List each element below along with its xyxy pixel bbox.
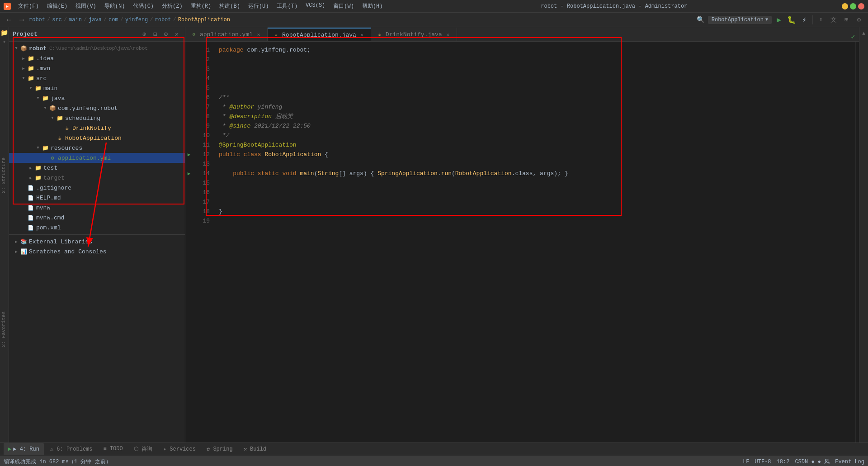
breadcrumb-robot[interactable]: robot (29, 17, 45, 23)
breadcrumb-class[interactable]: RobotApplication (178, 17, 230, 23)
menu-vcs[interactable]: VCS(S) (302, 1, 329, 11)
menu-help[interactable]: 帮助(H) (359, 1, 387, 11)
code-content[interactable]: package com.yinfeng.robot; /** * @author… (215, 42, 855, 442)
tab-consult[interactable]: ⬡ 咨询 (129, 443, 157, 455)
menu-tools[interactable]: 工具(T) (273, 1, 301, 11)
tree-item-drinknotify[interactable]: ▶ ☕ DrinkNotify (9, 123, 185, 133)
tab-drinknotify-close[interactable]: ✕ (445, 31, 451, 38)
tree-item-resources[interactable]: ▼ 📁 resources (9, 143, 185, 153)
status-encoding[interactable]: UTF-8 (755, 459, 771, 465)
tab-todo[interactable]: ≡ TODO (99, 443, 127, 455)
menu-file[interactable]: 文件(F) (14, 1, 42, 11)
tab-drinknotify[interactable]: ☕ DrinkNotify.java ✕ (371, 28, 457, 41)
tree-item-scheduling[interactable]: ▼ 📁 scheduling (9, 113, 185, 123)
status-position[interactable]: 18:2 (777, 459, 790, 465)
tab-appyml[interactable]: ⚙ application.yml ✕ (185, 28, 268, 41)
tree-item-src[interactable]: ▼ 📁 src (9, 73, 185, 83)
settings-button[interactable]: ⚙ (854, 14, 864, 25)
code-line-4 (219, 74, 855, 83)
breadcrumb-com[interactable]: com (108, 17, 118, 23)
tree-item-pomxml[interactable]: ▶ 📄 pom.xml (9, 223, 185, 233)
sync-button[interactable]: ⊕ (140, 30, 149, 39)
collapse-all-button[interactable]: ⊟ (151, 30, 160, 39)
tree-item-appyml[interactable]: ▶ ⚙ application.yml (9, 153, 185, 163)
breadcrumb-robot2[interactable]: robot (155, 17, 171, 23)
translate-button[interactable]: 文 (828, 14, 839, 25)
gutter-run-12[interactable]: ▶ (185, 150, 193, 159)
favorites-panel[interactable]: 2: Favorites (0, 308, 8, 351)
menu-refactor[interactable]: 重构(R) (187, 1, 215, 11)
settings-panel-button[interactable]: ⚙ (161, 30, 170, 39)
tree-item-main[interactable]: ▼ 📁 main (9, 83, 185, 93)
tree-item-test[interactable]: ▶ 📁 test (9, 163, 185, 173)
structure-panel[interactable]: 2: Structure (0, 154, 8, 197)
minimize-button[interactable]: — (842, 3, 848, 10)
menu-edit[interactable]: 编辑(E) (43, 1, 71, 11)
editor-scrollbar[interactable] (855, 42, 859, 442)
maximize-button[interactable]: □ (850, 3, 856, 10)
tree-item-mvnw[interactable]: ▶ 📄 mvnw (9, 203, 185, 213)
back-button[interactable]: ⟵ (4, 14, 14, 25)
tree-item-extlibs[interactable]: ▶ 📚 External Libraries (9, 237, 185, 247)
tree-item-target[interactable]: ▶ 📁 target (9, 173, 185, 183)
favorites-panel-label[interactable]: 2: Favorites (0, 309, 7, 349)
layout-button[interactable]: ⊞ (841, 14, 852, 25)
search-everywhere-button[interactable]: 🔍 (695, 14, 706, 25)
tab-robotapp-close[interactable]: ✕ (359, 32, 365, 38)
tree-label-target: target (43, 175, 65, 181)
debug-button[interactable]: 🐛 (786, 14, 797, 25)
arrow-idea: ▶ (20, 55, 27, 62)
tab-robotapp[interactable]: ☕ RobotApplication.java ✕ (268, 28, 371, 41)
gutter-run-14[interactable]: ▶ (185, 169, 193, 178)
breadcrumb-main[interactable]: main (69, 17, 82, 23)
run-button[interactable]: ▶ (774, 14, 784, 25)
tree-item-gitignore[interactable]: ▶ 📄 .gitignore (9, 183, 185, 193)
menu-analyze[interactable]: 分析(Z) (158, 1, 186, 11)
menu-run[interactable]: 运行(U) (245, 1, 273, 11)
run-configuration[interactable]: RobotApplication ▼ (708, 16, 772, 24)
tree-item-scratches[interactable]: ▶ 📊 Scratches and Consoles (9, 247, 185, 257)
status-lf[interactable]: LF (743, 459, 749, 465)
menu-code[interactable]: 代码(C) (129, 1, 157, 11)
forward-button[interactable]: ⟶ (16, 14, 27, 25)
tree-item-java[interactable]: ▼ 📁 java (9, 93, 185, 103)
ln-4: 4 (193, 74, 210, 83)
code-line-10: */ (219, 131, 855, 140)
bookmark-icon[interactable]: ★ (1, 38, 8, 45)
tab-services[interactable]: ✦ Services (159, 443, 200, 455)
project-icon[interactable]: 📁 (1, 29, 8, 36)
structure-panel-label[interactable]: 2: Structure (0, 156, 7, 195)
menu-bar[interactable]: 文件(F) 编辑(E) 视图(V) 导航(N) 代码(C) 分析(Z) 重构(R… (14, 1, 387, 11)
breadcrumb-src[interactable]: src (52, 17, 62, 23)
tree-item-idea[interactable]: ▶ 📁 .idea (9, 53, 185, 63)
editor-checkmark: ✓ (847, 32, 859, 41)
menu-build[interactable]: 构建(B) (216, 1, 244, 11)
menu-view[interactable]: 视图(V) (72, 1, 100, 11)
tab-run[interactable]: ▶ ▶ 4: Run (4, 443, 44, 455)
menu-window[interactable]: 窗口(W) (330, 1, 358, 11)
tab-spring[interactable]: ✿ Spring (202, 443, 237, 455)
window-controls[interactable]: — □ ✕ (842, 3, 864, 10)
right-panel-label[interactable]: ▲ (859, 29, 868, 38)
menu-navigate[interactable]: 导航(N) (101, 1, 129, 11)
tree-item-package[interactable]: ▼ 📦 com.yinfeng.robot (9, 103, 185, 113)
tab-appyml-close[interactable]: ✕ (255, 31, 262, 38)
breadcrumb-yinfeng[interactable]: yinfeng (125, 17, 148, 23)
tab-problems[interactable]: ⚠ 6: Problems (46, 443, 97, 455)
tree-item-robotapplication[interactable]: ▶ ☕ RobotApplication (9, 133, 185, 143)
code-line-7: * @author yinfeng (219, 102, 855, 112)
git-button[interactable]: ⬆ (816, 14, 826, 25)
status-git[interactable]: CSDN ●_● 风 (795, 458, 830, 466)
tree-item-mvnwcmd[interactable]: ▶ 📄 mvnw.cmd (9, 213, 185, 223)
tree-item-helpmd[interactable]: ▶ 📄 HELP.md (9, 193, 185, 203)
coverage-button[interactable]: ⚡ (799, 14, 810, 25)
close-panel-button[interactable]: ✕ (172, 30, 181, 39)
event-log[interactable]: Event Log (835, 459, 864, 465)
tree-item-mvn[interactable]: ▶ 📁 .mvn (9, 63, 185, 73)
tree-label-main: main (43, 85, 57, 92)
breadcrumb-java[interactable]: java (89, 17, 102, 23)
file-tree[interactable]: ▼ 📦 robot C:\Users\admin\Desktop\java\ro… (9, 42, 185, 442)
tab-build[interactable]: ⚒ Build (239, 443, 271, 455)
close-button[interactable]: ✕ (858, 3, 864, 10)
tree-item-robot[interactable]: ▼ 📦 robot C:\Users\admin\Desktop\java\ro… (9, 43, 185, 53)
